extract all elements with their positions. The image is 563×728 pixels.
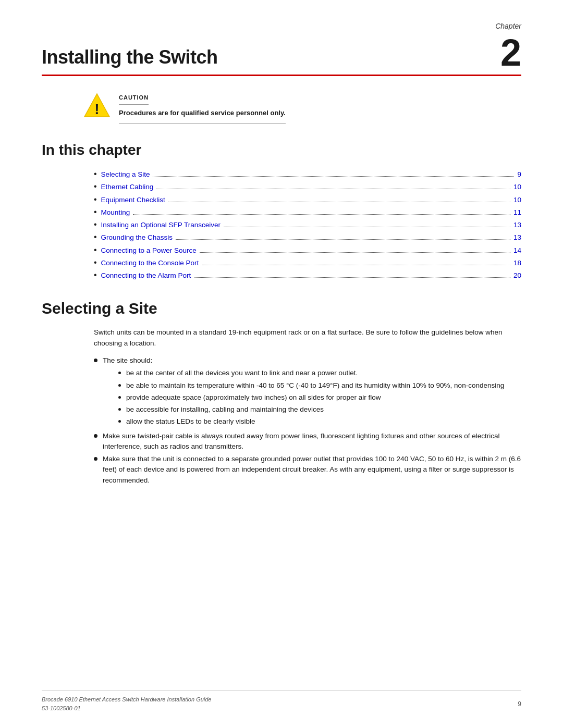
- bullet-item-power-outlet: Make sure that the unit is connected to …: [94, 454, 521, 486]
- toc-dots: [200, 252, 510, 253]
- toc-dots: [153, 176, 514, 177]
- bullet-dot-sm: [118, 408, 121, 411]
- toc-bullet: •: [94, 182, 97, 191]
- page: Chapter Installing the Switch 2 ! CAUTIO…: [0, 0, 563, 728]
- footer-part-number: 53-1002580-01: [42, 704, 212, 713]
- selecting-site-heading: Selecting a Site: [42, 297, 521, 320]
- caution-label: CAUTION: [119, 93, 149, 105]
- bullet-dot-sm: [118, 396, 121, 399]
- selecting-site-intro: Switch units can be mounted in a standar…: [94, 327, 521, 349]
- toc-link-equipment-checklist[interactable]: Equipment Checklist: [101, 195, 165, 205]
- footer: Brocade 6910 Ethernet Access Switch Hard…: [42, 690, 521, 712]
- toc-item-selecting-site[interactable]: • Selecting a Site 9: [94, 169, 521, 180]
- toc-link-power-source[interactable]: Connecting to a Power Source: [101, 245, 197, 256]
- svg-text:!: !: [94, 101, 99, 117]
- toc-page-console-port: 18: [513, 258, 521, 268]
- chapter-number: 2: [500, 34, 521, 71]
- red-divider: [42, 75, 521, 76]
- toc-link-console-port[interactable]: Connecting to the Console Port: [101, 258, 199, 268]
- sub-bullet-item-0: be at the center of all the devices you …: [118, 368, 504, 378]
- toc-page-selecting-site: 9: [517, 169, 521, 180]
- toc-item-equipment-checklist[interactable]: • Equipment Checklist 10: [94, 195, 521, 205]
- footer-title: Brocade 6910 Ethernet Access Switch Hard…: [42, 695, 212, 704]
- toc-list: • Selecting a Site 9 • Ethernet Cabling …: [94, 169, 521, 281]
- sub-bullet-list: be at the center of all the devices you …: [118, 368, 504, 427]
- toc-page-alarm-port: 20: [513, 270, 521, 281]
- footer-left: Brocade 6910 Ethernet Access Switch Hard…: [42, 695, 212, 712]
- sub-bullet-item-4: allow the status LEDs to be clearly visi…: [118, 416, 504, 427]
- toc-link-grounding[interactable]: Grounding the Chassis: [101, 232, 173, 243]
- toc-dots: [202, 265, 510, 265]
- toc-item-sfp[interactable]: • Installing an Optional SFP Transceiver…: [94, 220, 521, 230]
- toc-link-sfp[interactable]: Installing an Optional SFP Transceiver: [101, 220, 221, 230]
- toc-item-alarm-port[interactable]: • Connecting to the Alarm Port 20: [94, 270, 521, 281]
- toc-dots: [168, 202, 510, 202]
- caution-box: ! CAUTION Procedures are for qualified s…: [83, 92, 521, 124]
- toc-item-console-port[interactable]: • Connecting to the Console Port 18: [94, 258, 521, 268]
- toc-bullet: •: [94, 220, 97, 229]
- bullet-item-twisted-pair: Make sure twisted-pair cable is always r…: [94, 431, 521, 452]
- chapter-header: Installing the Switch 2: [42, 34, 521, 71]
- toc-bullet: •: [94, 271, 97, 279]
- toc-bullet: •: [94, 233, 97, 241]
- toc-bullet: •: [94, 246, 97, 254]
- in-this-chapter-heading: In this chapter: [42, 139, 521, 161]
- toc-link-alarm-port[interactable]: Connecting to the Alarm Port: [101, 270, 191, 281]
- bullet-dot: [94, 434, 97, 438]
- chapter-label: Chapter: [42, 21, 521, 32]
- sub-bullet-item-1: be able to maintain its temperature with…: [118, 380, 504, 391]
- toc-page-mounting: 11: [513, 207, 521, 218]
- bullet-dot: [94, 359, 97, 362]
- chapter-title: Installing the Switch: [42, 43, 218, 71]
- caution-text: Procedures are for qualified service per…: [119, 108, 286, 118]
- toc-item-grounding[interactable]: • Grounding the Chassis 13: [94, 232, 521, 243]
- sub-bullet-item-2: provide adequate space (approximately tw…: [118, 392, 504, 403]
- toc-bullet: •: [94, 208, 97, 216]
- toc-dots: [133, 214, 510, 215]
- toc-page-grounding: 13: [513, 232, 521, 243]
- sub-bullet-item-3: be accessible for installing, cabling an…: [118, 404, 504, 415]
- bullet-dot: [94, 457, 97, 461]
- footer-page-number: 9: [518, 699, 521, 709]
- toc-link-mounting[interactable]: Mounting: [101, 207, 130, 218]
- bullet-dot-sm: [118, 372, 121, 374]
- toc-bullet: •: [94, 258, 97, 267]
- toc-dots: [176, 239, 510, 240]
- toc-page-sfp: 13: [513, 220, 521, 230]
- toc-item-ethernet-cabling[interactable]: • Ethernet Cabling 10: [94, 182, 521, 192]
- bullet-text-site-should: The site should: be at the center of all…: [103, 355, 504, 429]
- toc-page-ethernet-cabling: 10: [513, 182, 521, 192]
- toc-dots: [194, 277, 510, 278]
- caution-content: CAUTION Procedures are for qualified ser…: [119, 92, 286, 124]
- toc-bullet: •: [94, 170, 97, 178]
- toc-link-selecting-site[interactable]: Selecting a Site: [101, 169, 150, 180]
- bullet-item-site-should: The site should: be at the center of all…: [94, 355, 521, 429]
- toc-link-ethernet-cabling[interactable]: Ethernet Cabling: [101, 182, 154, 192]
- toc-dots: [224, 227, 510, 227]
- bullet-dot-sm: [118, 384, 121, 387]
- toc-page-power-source: 14: [513, 245, 521, 256]
- toc-page-equipment-checklist: 10: [513, 195, 521, 205]
- toc-dots: [156, 189, 510, 189]
- bullet-dot-sm: [118, 420, 121, 423]
- toc-item-mounting[interactable]: • Mounting 11: [94, 207, 521, 218]
- toc-bullet: •: [94, 195, 97, 204]
- caution-icon: !: [83, 92, 111, 119]
- toc-item-power-source[interactable]: • Connecting to a Power Source 14: [94, 245, 521, 256]
- selecting-site-bullets: The site should: be at the center of all…: [94, 355, 521, 486]
